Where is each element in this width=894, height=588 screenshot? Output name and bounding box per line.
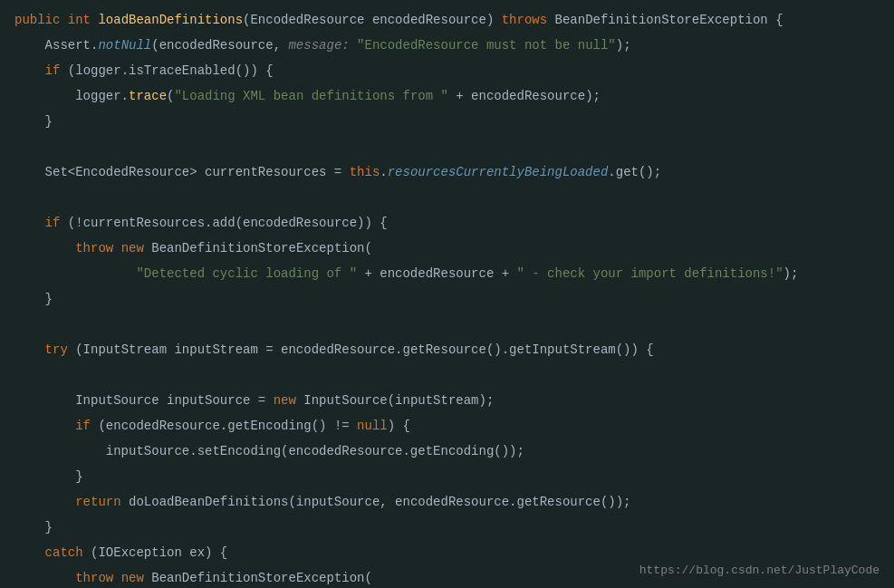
code-line	[0, 362, 894, 388]
code-token: null	[357, 419, 388, 433]
code-token: (encodedResource,	[151, 38, 288, 53]
code-line	[0, 185, 894, 210]
code-line: try (InputStream inputStream = encodedRe…	[0, 337, 894, 362]
code-line: if (logger.isTraceEnabled()) {	[0, 58, 894, 83]
code-token: return	[75, 495, 129, 509]
code-token: "Detected cyclic loading of "	[136, 266, 357, 281]
code-line: public int loadBeanDefinitions(EncodedRe…	[0, 7, 894, 33]
code-token: this	[350, 165, 380, 179]
code-token: " - check your import definitions!"	[517, 266, 783, 281]
code-token: resourcesCurrentlyBeingLoaded	[388, 165, 609, 179]
code-line: Set<EncodedResource> currentResources = …	[0, 159, 894, 185]
code-line: if (encodedResource.getEncoding() != nul…	[0, 413, 894, 439]
code-line: logger.trace("Loading XML bean definitio…	[0, 83, 894, 109]
code-line: catch (IOException ex) {	[0, 540, 894, 565]
code-token: BeanDefinitionStoreException(	[151, 241, 372, 255]
code-line: Assert.notNull(encodedResource, message:…	[0, 33, 894, 58]
code-line: }	[0, 464, 894, 489]
code-token: InputSource inputSource =	[14, 393, 274, 408]
code-token: BeanDefinitionStoreException(	[151, 571, 372, 585]
code-line: }	[0, 515, 894, 540]
code-line	[0, 312, 894, 337]
code-line	[0, 134, 894, 159]
code-token: new	[121, 571, 152, 585]
code-token: }	[14, 520, 53, 535]
watermark: https://blog.csdn.net/JustPlayCode	[639, 564, 880, 577]
code-editor: public int loadBeanDefinitions(EncodedRe…	[0, 0, 894, 588]
code-token: Assert.	[14, 38, 98, 53]
code-token: + encodedResource);	[448, 89, 601, 103]
code-token	[14, 241, 75, 255]
code-token: loadBeanDefinitions	[98, 13, 243, 27]
code-token: doLoadBeanDefinitions(inputSource, encod…	[129, 495, 631, 509]
code-line: inputSource.setEncoding(encodedResource.…	[0, 439, 894, 464]
code-token: + encodedResource +	[357, 266, 516, 281]
code-token: logger.	[14, 89, 129, 103]
code-token: inputSource.setEncoding(encodedResource.…	[14, 444, 524, 458]
code-token: );	[616, 38, 631, 53]
code-token	[14, 63, 45, 78]
code-token: trace	[129, 89, 167, 103]
code-token: if	[75, 419, 98, 433]
code-token: Set<EncodedResource> currentResources =	[14, 165, 350, 179]
code-token: .get();	[608, 165, 661, 179]
code-line: if (!currentResources.add(encodedResourc…	[0, 210, 894, 236]
code-token: BeanDefinitionStoreException {	[555, 13, 783, 27]
code-content: public int loadBeanDefinitions(EncodedRe…	[0, 7, 894, 588]
code-token: public	[14, 13, 68, 27]
code-token	[14, 571, 75, 585]
code-token	[14, 495, 75, 509]
code-token: (logger.isTraceEnabled()) {	[68, 63, 274, 78]
code-token: );	[783, 266, 799, 281]
code-token: ) {	[388, 419, 410, 433]
code-token: catch	[45, 545, 91, 560]
code-token: throw	[75, 571, 120, 585]
code-token: (EncodedResource encodedResource)	[243, 13, 502, 27]
code-token: .	[380, 165, 387, 179]
code-token: message:	[288, 38, 357, 53]
code-token: (IOException ex) {	[91, 545, 227, 560]
code-token: throws	[502, 13, 555, 27]
code-token: (InputStream inputStream = encodedResour…	[75, 342, 654, 357]
code-token: throw	[75, 241, 120, 255]
code-token: }	[14, 469, 83, 484]
code-token	[14, 545, 45, 560]
code-token: "Loading XML bean definitions from "	[174, 89, 447, 103]
code-line: }	[0, 109, 894, 134]
code-token: try	[45, 342, 76, 357]
code-token: if	[45, 216, 68, 230]
code-token	[14, 342, 45, 357]
code-token: }	[14, 114, 53, 129]
code-token: new	[121, 241, 152, 255]
code-token: "EncodedResource must not be null"	[357, 38, 616, 53]
code-line: InputSource inputSource = new InputSourc…	[0, 388, 894, 413]
code-token: (encodedResource.getEncoding() !=	[98, 419, 357, 433]
code-line: return doLoadBeanDefinitions(inputSource…	[0, 489, 894, 515]
code-token: InputSource(inputStream);	[303, 393, 494, 408]
code-line: }	[0, 286, 894, 312]
code-token: notNull	[98, 38, 151, 53]
code-token: if	[45, 63, 68, 78]
code-line: "Detected cyclic loading of " + encodedR…	[0, 261, 894, 286]
code-token: (!currentResources.add(encodedResource))…	[68, 216, 388, 230]
code-token	[14, 266, 136, 281]
code-token: new	[274, 393, 304, 408]
code-token	[14, 419, 75, 433]
code-token: }	[14, 292, 53, 306]
code-token: int	[68, 13, 99, 27]
code-token	[14, 216, 45, 230]
code-line: throw new BeanDefinitionStoreException(	[0, 236, 894, 261]
